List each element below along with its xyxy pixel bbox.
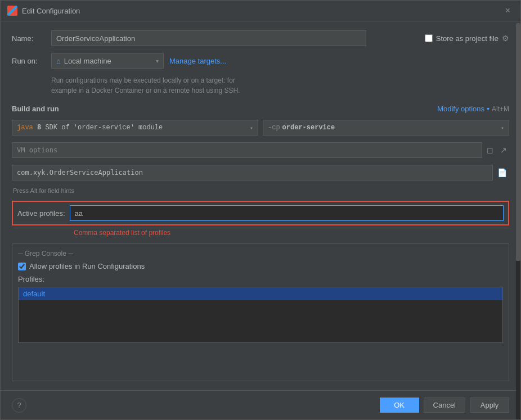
cp-dropdown[interactable]: -cp order-service ▾ <box>263 120 509 136</box>
cancel-button[interactable]: Cancel <box>424 398 465 413</box>
profiles-list: default <box>18 287 503 343</box>
dialog-title: Edit Configuration <box>22 7 80 15</box>
modify-options-link[interactable]: Modify options <box>437 105 484 113</box>
manage-targets-link[interactable]: Manage targets... <box>169 57 226 65</box>
sdk-dropdown[interactable]: java 8 SDK of 'order-service' module ▾ <box>12 120 258 136</box>
build-run-header: Build and run Modify options ▾ Alt+M <box>12 102 509 113</box>
store-as-project-checkbox[interactable] <box>425 34 433 42</box>
press-alt-hint: Press Alt for field hints <box>12 187 509 194</box>
allow-profiles-label: Allow profiles in Run Configurations <box>29 262 145 270</box>
comma-hint-text: Comma separated list of profiles <box>12 229 509 237</box>
run-on-row: Run on: ⌂ Local machine ▾ Manage targets… <box>12 53 509 69</box>
allow-profiles-checkbox[interactable] <box>18 263 26 270</box>
grep-console-section: ─ Grep Console ─ Allow profiles in Run C… <box>12 243 509 381</box>
main-class-input[interactable] <box>12 165 493 180</box>
name-store-row: Name: Store as project file ⚙ <box>12 30 509 46</box>
build-run-title: Build and run <box>12 105 59 113</box>
store-label: Store as project file <box>436 34 498 43</box>
help-button[interactable]: ? <box>12 398 26 413</box>
store-row: Store as project file ⚙ <box>425 34 509 43</box>
footer-buttons: OK Cancel Apply <box>380 398 509 413</box>
profile-default-item[interactable]: default <box>19 287 502 300</box>
main-class-row: 📄 <box>12 165 509 180</box>
scrollbar[interactable] <box>516 23 520 419</box>
profiles-section-label: Profiles: <box>18 275 503 283</box>
name-input[interactable] <box>51 30 366 46</box>
app-icon <box>7 6 17 16</box>
alt-hint-text: Alt+M <box>492 105 509 113</box>
cp-dropdown-arrow: ▾ <box>501 125 504 131</box>
scrollbar-thumb <box>516 23 520 261</box>
grep-console-title: ─ Grep Console ─ <box>18 250 503 258</box>
vm-external-btn[interactable]: ↗ <box>498 144 509 156</box>
close-button[interactable]: × <box>502 5 514 16</box>
cp-value: order-service <box>282 124 335 132</box>
cp-label: -cp <box>268 124 280 132</box>
allow-profiles-row: Allow profiles in Run Configurations <box>18 262 503 270</box>
local-machine-text: Local machine <box>64 57 111 65</box>
name-label: Name: <box>12 34 46 43</box>
active-profiles-input[interactable] <box>70 205 504 221</box>
active-profiles-label: Active profiles: <box>17 209 65 218</box>
active-profiles-section: Active profiles: <box>12 201 509 225</box>
title-bar-left: Edit Configuration <box>7 6 80 16</box>
modify-options-row: Modify options ▾ Alt+M <box>437 105 509 113</box>
sdk-text: java 8 SDK of 'order-service' module <box>17 124 163 132</box>
dialog-content: Name: Store as project file ⚙ Run on: ⌂ … <box>1 21 520 390</box>
run-hint-text: Run configurations may be executed local… <box>12 75 509 96</box>
sdk-dropdown-arrow: ▾ <box>250 125 253 131</box>
vm-options-row: ◻ ↗ <box>12 142 509 158</box>
dropdown-arrow: ▾ <box>156 58 159 64</box>
vm-options-input[interactable] <box>12 142 482 158</box>
run-on-dropdown[interactable]: ⌂ Local machine ▾ <box>51 53 164 69</box>
home-icon: ⌂ <box>56 57 61 65</box>
modify-options-arrow: ▾ <box>487 106 489 112</box>
sdk-cp-row: java 8 SDK of 'order-service' module ▾ -… <box>12 120 509 136</box>
gear-icon[interactable]: ⚙ <box>502 34 509 43</box>
run-on-label: Run on: <box>12 57 46 65</box>
dialog-footer: ? OK Cancel Apply <box>1 390 520 419</box>
edit-configuration-dialog: Edit Configuration × Name: Store as proj… <box>0 0 521 420</box>
title-bar: Edit Configuration × <box>1 1 520 21</box>
main-class-browse-btn[interactable]: 📄 <box>495 167 509 178</box>
vm-expand-btn[interactable]: ◻ <box>484 144 496 156</box>
apply-button[interactable]: Apply <box>470 398 509 413</box>
ok-button[interactable]: OK <box>380 398 419 413</box>
